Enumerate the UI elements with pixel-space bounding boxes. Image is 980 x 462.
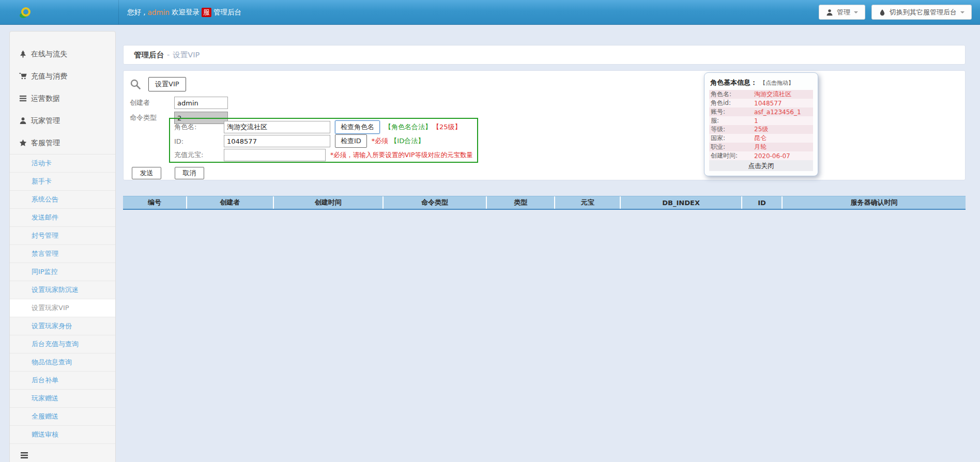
panel-info-row: 等级: 25级 xyxy=(709,125,813,134)
panel-row-label: 国家: xyxy=(711,134,754,143)
caret-down-icon xyxy=(960,11,964,13)
table-header-label: 服务器确认时间 xyxy=(851,198,898,207)
switch-server-label: 切换到其它服管理后台 xyxy=(890,8,957,17)
yuanbao-hint: *必须，请输入所要设置的VIP等级对应的元宝数量 xyxy=(330,151,473,160)
switch-server-button[interactable]: 切换到其它服管理后台 xyxy=(871,5,972,20)
role-check-box: 角色名: 检查角色名 【角色名合法】 【25级】 ID: 检查ID *必须 【I… xyxy=(169,118,478,163)
sidebar-sub-item-label: 设置玩家身份 xyxy=(32,322,72,330)
role-name-input[interactable] xyxy=(224,121,330,133)
role-name-label: 角色名: xyxy=(174,122,224,132)
drag-hint[interactable]: 【点击拖动】 xyxy=(760,79,794,87)
sidebar-sub-item[interactable]: 封号管理 xyxy=(10,227,115,245)
sidebar-sub-item[interactable]: 禁言管理 xyxy=(10,245,115,263)
table-header-label: 编号 xyxy=(148,198,161,207)
role-info-panel[interactable]: 角色基本信息： 【点击拖动】 角色名: 淘游交流社区 角色id: 1048577… xyxy=(704,72,818,176)
table-header-cell[interactable]: 元宝 xyxy=(555,196,621,209)
sidebar-item-label: 运营数据 xyxy=(31,94,60,103)
sidebar-sub-item[interactable]: 同IP监控 xyxy=(10,263,115,281)
sidebar-next-section xyxy=(10,444,115,459)
sidebar-sub-item[interactable]: 设置玩家VIP xyxy=(10,299,115,317)
caret-down-icon xyxy=(854,11,858,13)
panel-info-row: 国家: 昆仑 xyxy=(709,134,813,143)
welcome-username: admin xyxy=(148,8,170,17)
creator-input[interactable] xyxy=(174,97,228,109)
sidebar-sub-item[interactable]: 物品信息查询 xyxy=(10,353,115,372)
table-header-cell[interactable]: 创建时间 xyxy=(274,196,384,209)
sidebar-item-label: 在线与流失 xyxy=(31,50,67,59)
panel-row-label: 角色id: xyxy=(711,99,754,107)
sidebar-sub-item[interactable]: 玩家赠送 xyxy=(10,390,115,408)
role-id-input[interactable] xyxy=(224,135,330,147)
check-role-name-button[interactable]: 检查角色名 xyxy=(335,120,380,134)
table-header-cell[interactable]: DB_INDEX xyxy=(621,196,742,209)
check-id-button[interactable]: 检查ID xyxy=(335,134,367,148)
yuanbao-row: 充值元宝: *必须，请输入所要设置的VIP等级对应的元宝数量 xyxy=(174,148,473,162)
role-id-label: ID: xyxy=(174,137,224,145)
sidebar-sub-item-label: 系统公告 xyxy=(32,195,58,203)
set-vip-button[interactable]: 设置VIP xyxy=(148,77,186,91)
table-header-cell[interactable]: ID xyxy=(742,196,783,209)
table-header-cell[interactable]: 类型 xyxy=(487,196,555,209)
panel-info-row: 创建时间: 2020-06-07 xyxy=(709,151,813,160)
breadcrumb-separator: - xyxy=(167,51,170,59)
sidebar-item-recharge-consume[interactable]: 充值与消费 xyxy=(10,65,115,87)
breadcrumb-page: 设置VIP xyxy=(173,50,200,60)
sidebar-sub-item[interactable]: 系统公告 xyxy=(10,191,115,209)
sidebar-sub-item[interactable]: 后台充值与查询 xyxy=(10,335,115,353)
creator-label: 创建者 xyxy=(130,98,174,107)
table-header-label: ID xyxy=(758,199,766,207)
command-type-label: 命令类型 xyxy=(130,113,174,122)
yuanbao-label: 充值元宝: xyxy=(174,150,224,160)
role-name-row: 角色名: 检查角色名 【角色名合法】 【25级】 xyxy=(174,120,473,134)
sidebar-sub-item-label: 设置玩家防沉迷 xyxy=(32,286,79,294)
sidebar-sub-item[interactable]: 后台补单 xyxy=(10,372,115,390)
sidebar-sub-item[interactable]: 活动卡 xyxy=(10,155,115,173)
yuanbao-input[interactable] xyxy=(224,149,326,161)
admin-menu-button[interactable]: 管理 xyxy=(819,5,865,20)
top-header: 您好 , admin 欢迎登录 服 管理后台 管理 切换到其它服管理后台 xyxy=(0,0,980,25)
panel-row-label: 账号: xyxy=(711,107,754,116)
panel-info-row: 服: 1 xyxy=(709,116,813,125)
welcome-suffix: 管理后台 xyxy=(213,8,241,17)
table-header-cell[interactable]: 命令类型 xyxy=(384,196,487,209)
admin-menu-label: 管理 xyxy=(837,8,850,17)
sidebar-sub-item[interactable]: 设置玩家身份 xyxy=(10,317,115,335)
role-valid-text: 【角色名合法】 xyxy=(385,122,432,132)
sidebar-sub-item[interactable]: 赠送审核 xyxy=(10,426,115,444)
sidebar-sub-item-label: 赠送审核 xyxy=(32,430,58,438)
table-header-label: 元宝 xyxy=(581,198,594,207)
sidebar-item-label: 充值与消费 xyxy=(31,72,67,81)
sidebar-sub-item-label: 禁言管理 xyxy=(32,250,58,257)
table-header-cell[interactable]: 服务器确认时间 xyxy=(783,196,966,209)
sidebar-sub-item-label: 设置玩家VIP xyxy=(32,304,69,312)
table-header-label: DB_INDEX xyxy=(662,199,700,207)
sidebar-item-online-churn[interactable]: 在线与流失 xyxy=(10,43,115,65)
role-info-rows: 角色名: 淘游交流社区 角色id: 1048577 账号: asf_a12345… xyxy=(709,90,813,160)
table-header-cell[interactable]: 编号 xyxy=(123,196,187,209)
sidebar-sub-item-label: 新手卡 xyxy=(32,177,52,185)
topbar-actions: 管理 切换到其它服管理后台 xyxy=(819,5,972,20)
sidebar-sub-item[interactable]: 新手卡 xyxy=(10,173,115,191)
creator-row: 创建者 xyxy=(130,97,228,109)
panel-close-button[interactable]: 点击关闭 xyxy=(709,160,813,171)
table-header-cell[interactable]: 创建者 xyxy=(187,196,274,209)
sidebar-sub-item[interactable]: 设置玩家防沉迷 xyxy=(10,281,115,299)
results-table-header: 编号 创建者 创建时间 命令类型 类型 元宝 DB_INDEX xyxy=(123,196,966,210)
send-button[interactable]: 发送 xyxy=(132,167,161,179)
star-icon xyxy=(19,139,27,147)
sidebar-item-customer-service[interactable]: 客服管理 xyxy=(10,132,115,154)
cancel-button[interactable]: 取消 xyxy=(175,167,204,179)
role-info-panel-titlebar[interactable]: 角色基本信息： 【点击拖动】 xyxy=(709,77,813,90)
sidebar-item-player-management[interactable]: 玩家管理 xyxy=(10,110,115,132)
sidebar-sub-item[interactable]: 发送邮件 xyxy=(10,209,115,227)
sidebar-sub-item[interactable]: 全服赠送 xyxy=(10,408,115,426)
list-icon xyxy=(20,451,115,459)
panel-info-row: 职业: 月轮 xyxy=(709,143,813,151)
panel-row-value: 1048577 xyxy=(754,100,782,107)
welcome-prefix: 您好 , xyxy=(127,8,146,17)
sidebar-sub-item-label: 发送邮件 xyxy=(32,213,58,221)
sidebar-item-operations-data[interactable]: 运营数据 xyxy=(10,87,115,110)
sidebar-sub-item-label: 活动卡 xyxy=(32,159,52,167)
cart-icon xyxy=(19,72,27,80)
list-icon xyxy=(19,95,27,102)
